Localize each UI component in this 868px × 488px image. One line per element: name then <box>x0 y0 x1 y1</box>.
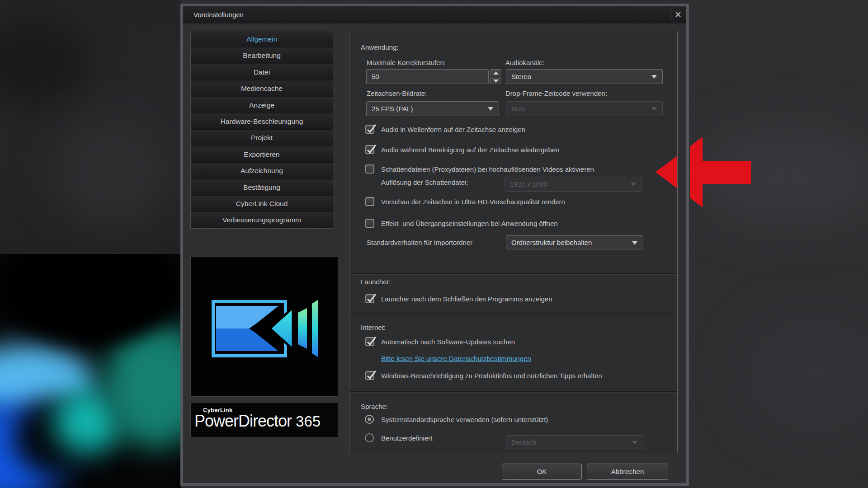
section-header-anwendung: Anwendung: <box>361 43 398 51</box>
sidebar-item-aufzeichnung[interactable]: Aufzeichnung <box>191 163 333 178</box>
sidebar-item-bearbeitung[interactable]: Bearbeitung <box>191 47 333 63</box>
dialog-titlebar[interactable]: Voreinstellungen ✕ <box>183 6 686 23</box>
chevron-down-icon <box>651 75 657 79</box>
shadow-files-checkbox[interactable] <box>365 164 374 174</box>
system-language-radio-label[interactable]: Systemstandardsprache verwenden (sofern … <box>381 415 548 424</box>
preferences-dialog: Voreinstellungen ✕ Allgemein Bearbeitung… <box>180 4 689 486</box>
max-correction-input[interactable]: 50 <box>366 69 489 84</box>
preferences-category-list: Allgemein Bearbeitung Datei Mediencache … <box>190 31 333 229</box>
waveform-checkbox[interactable] <box>365 125 374 134</box>
shadow-resolution-label: Auflösung der Schattendatei: <box>381 178 468 186</box>
import-folder-label: Standardverhalten für Importordner <box>367 239 472 246</box>
titlebar-separator <box>670 9 670 21</box>
chevron-down-icon <box>488 107 493 111</box>
waveform-checkbox-label[interactable]: Audio in Wellenform auf der Zeitachse an… <box>381 125 525 134</box>
cancel-button[interactable]: Abbrechen <box>587 464 668 480</box>
powerdirector-wordmark: PowerDirector 365 <box>194 412 321 431</box>
general-settings-panel: Anwendung: Maximale Korrekturstufen: 50 … <box>349 31 678 453</box>
dialog-title: Voreinstellungen <box>193 6 244 23</box>
launcher-checkbox[interactable] <box>365 294 374 303</box>
chevron-down-icon <box>631 183 636 186</box>
privacy-policy-link[interactable]: Bitte lesen Sie unsere Datenschutzbestim… <box>381 355 531 362</box>
sidebar-item-allgemein[interactable]: Allgemein <box>191 31 333 47</box>
max-correction-label: Maximale Korrekturstufen: <box>367 59 446 66</box>
custom-language-radio-label[interactable]: Benutzerdefiniert <box>381 434 432 443</box>
launcher-checkbox-label[interactable]: Launcher nach dem Schließen des Programm… <box>381 295 552 304</box>
scrub-audio-checkbox-label[interactable]: Audio während Bereinigung auf der Zeitac… <box>381 145 559 155</box>
auto-update-checkbox-label[interactable]: Automatisch nach Software-Updates suchen <box>381 338 515 347</box>
chevron-down-icon <box>632 441 637 445</box>
windows-notification-checkbox-label[interactable]: Windows-Benachrichtigung zu Produktinfos… <box>381 371 602 380</box>
drop-frame-label: Drop-Frame-Zeitcode verwenden: <box>505 89 607 97</box>
audio-channels-label: Audiokanäle: <box>505 59 545 66</box>
auto-update-checkbox[interactable] <box>365 337 374 346</box>
section-divider <box>349 391 677 393</box>
powerdirector-wordmark-panel: CyberLink PowerDirector 365 <box>190 402 338 438</box>
windows-notification-checkbox[interactable] <box>365 371 374 380</box>
shadow-resolution-dropdown: 868 x 488 <box>505 177 642 192</box>
custom-language-radio[interactable] <box>365 433 374 442</box>
stepper-down-icon[interactable] <box>490 77 501 84</box>
sidebar-item-hardware-beschleunigung[interactable]: Hardware-Beschleunigung <box>191 113 333 129</box>
uhd-preview-checkbox-label[interactable]: Vorschau der Zeitachse in Ultra HD-Vorsc… <box>381 197 565 206</box>
stepper-up-icon[interactable] <box>490 69 501 76</box>
powerdirector-logo-panel <box>190 257 338 397</box>
section-header-sprache: Sprache: <box>361 403 388 410</box>
scrub-audio-checkbox[interactable] <box>365 145 374 154</box>
sidebar-item-exportieren[interactable]: Exportieren <box>191 146 333 162</box>
chevron-down-icon <box>632 241 637 245</box>
timeline-framerate-label: Zeitachsen-Bildrate: <box>367 89 427 97</box>
section-divider <box>349 314 677 315</box>
annotation-arrow-left-icon <box>651 131 760 212</box>
sidebar-item-datei[interactable]: Datei <box>191 64 333 80</box>
audio-channels-dropdown[interactable]: Stereo <box>506 69 663 84</box>
drop-frame-dropdown: Nein <box>506 101 663 116</box>
timeline-framerate-dropdown[interactable]: 25 FPS (PAL) <box>366 101 499 116</box>
background-right-blur <box>689 0 868 488</box>
sidebar-item-anzeige[interactable]: Anzeige <box>191 97 333 113</box>
uhd-preview-checkbox[interactable] <box>365 197 374 206</box>
sidebar-item-projekt[interactable]: Projekt <box>191 130 333 145</box>
sidebar-item-bestaetigung[interactable]: Bestätigung <box>191 179 333 195</box>
max-correction-stepper <box>490 69 501 84</box>
powerdirector-logo-icon <box>212 298 318 359</box>
shadow-files-checkbox-label[interactable]: Schattendateien (Proxydateien) bei hocha… <box>381 165 594 174</box>
section-divider <box>349 273 677 275</box>
effect-settings-checkbox[interactable] <box>365 219 374 228</box>
chevron-down-icon <box>651 107 657 111</box>
import-folder-dropdown[interactable]: Ordnerstruktur beibehalten <box>506 235 643 249</box>
close-icon[interactable]: ✕ <box>671 8 685 22</box>
section-header-internet: Internet: <box>361 324 386 331</box>
sidebar-item-verbesserungsprogramm[interactable]: Verbesserungsprogramm <box>191 212 333 228</box>
system-language-radio[interactable] <box>365 415 374 424</box>
section-header-launcher: Launcher: <box>361 278 391 286</box>
custom-language-dropdown: Deutsch <box>506 435 643 449</box>
background-left-blur <box>0 0 181 254</box>
sidebar-item-mediencache[interactable]: Mediencache <box>191 80 333 96</box>
sidebar-item-cyberlink-cloud[interactable]: CyberLink Cloud <box>191 196 333 211</box>
background-splash-logo-blur <box>0 254 181 488</box>
effect-settings-checkbox-label[interactable]: Effekt- und Übergangseinstellungen bei A… <box>381 219 558 228</box>
ok-button[interactable]: OK <box>502 464 582 480</box>
